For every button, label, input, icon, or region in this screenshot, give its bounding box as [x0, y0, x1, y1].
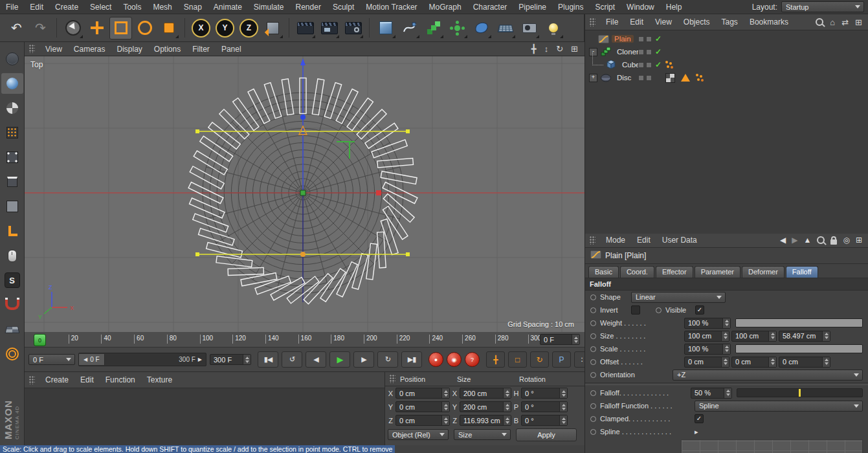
toggle-view-icon[interactable]: ⊞ — [571, 45, 578, 53]
enable-snap-button[interactable] — [1, 294, 23, 315]
panel-grip-icon[interactable] — [29, 376, 35, 384]
offset-x-field[interactable]: 0 cm — [684, 357, 729, 368]
timeline-tick[interactable]: 240 — [429, 335, 443, 344]
position-z-field[interactable]: 0 cm — [395, 415, 450, 426]
stepper-icon[interactable] — [572, 335, 579, 344]
z-axis-lock-button[interactable]: Z — [238, 17, 260, 39]
falloff-section-header[interactable]: Falloff — [585, 278, 868, 291]
stepper-icon[interactable] — [822, 331, 830, 341]
keyframe-dot-icon[interactable] — [590, 429, 596, 435]
apply-button[interactable]: Apply — [516, 428, 577, 441]
falloff-function-dropdown[interactable]: Spline — [695, 401, 863, 412]
phong-tag-icon[interactable] — [681, 74, 690, 82]
last-tool-button[interactable] — [157, 17, 180, 39]
stepper-icon[interactable] — [724, 388, 731, 398]
history-back-icon[interactable]: ◀ — [780, 236, 786, 244]
spline-graph[interactable]: 0.8 — [681, 439, 863, 453]
keyframe-dot-icon[interactable] — [590, 320, 596, 326]
model-mode-button[interactable] — [1, 73, 23, 94]
shape-dropdown[interactable]: Linear — [631, 292, 726, 303]
menu-pipeline[interactable]: Pipeline — [513, 0, 552, 14]
om-menu-tags[interactable]: Tags — [716, 15, 744, 29]
timeline-tick[interactable]: 180 — [331, 335, 344, 344]
timeline-tick[interactable]: 20 — [69, 335, 78, 344]
menu-create[interactable]: Create — [49, 0, 84, 14]
preview-range-slider[interactable]: ◀0 F 300 F▶ — [78, 353, 206, 366]
timeline-tick[interactable]: 280 — [495, 335, 509, 344]
move-tool-button[interactable] — [85, 17, 108, 39]
om-menu-bookmarks[interactable]: Bookmarks — [744, 15, 794, 29]
add-deformer-button[interactable] — [470, 17, 493, 39]
scale-slider[interactable] — [735, 344, 863, 353]
keyframe-dot-icon[interactable] — [590, 372, 596, 378]
mograph-selection-tag-icon[interactable] — [665, 61, 668, 63]
viewport-menu-cameras[interactable]: Cameras — [68, 42, 111, 56]
add-light-button[interactable] — [542, 17, 564, 39]
material-menu-edit[interactable]: Edit — [74, 373, 100, 387]
tab-falloff[interactable]: Falloff — [786, 266, 818, 278]
stepper-icon[interactable] — [822, 357, 830, 367]
object-mode-dropdown[interactable]: Object (Rel) — [388, 429, 449, 440]
layout-dropdown[interactable]: Startup — [781, 1, 864, 12]
loop-button[interactable]: ↻ — [377, 351, 398, 368]
keyframe-dot-icon[interactable] — [656, 307, 662, 313]
menu-help[interactable]: Help — [660, 0, 688, 14]
viewport-menu-display[interactable]: Display — [111, 42, 148, 56]
dolly-view-icon[interactable]: ↕ — [544, 45, 549, 53]
size-z-field[interactable]: 116.993 cm — [460, 415, 511, 426]
stepper-icon[interactable] — [721, 357, 729, 367]
viewport-menu-view[interactable]: View — [39, 42, 68, 56]
object-list[interactable]: Plain ✓ - Cloner ✓ Cube ✓ — [585, 30, 868, 234]
timeline-ruler[interactable]: 0 02040608010012014016018020022024026028… — [25, 332, 584, 348]
keyframe-dot-icon[interactable] — [590, 359, 596, 365]
render-view-button[interactable] — [294, 17, 317, 39]
object-row-plain[interactable]: Plain ✓ — [585, 32, 868, 45]
timeline-tick[interactable]: 220 — [397, 335, 410, 344]
material-menu-function[interactable]: Function — [100, 373, 141, 387]
invert-checkbox[interactable] — [631, 305, 640, 315]
size-z-field[interactable]: 58.497 cm — [779, 331, 830, 342]
stepper-icon[interactable] — [441, 415, 449, 425]
mograph-cloner-button[interactable] — [422, 17, 445, 39]
points-mode-button[interactable] — [1, 147, 23, 168]
timeline-frame-field[interactable]: 0 F — [540, 334, 580, 345]
tab-deformer[interactable]: Deformer — [742, 266, 785, 278]
material-menu-create[interactable]: Create — [39, 373, 74, 387]
previous-frame-button[interactable]: ◀ — [306, 351, 326, 368]
visibility-toggles[interactable] — [638, 62, 652, 68]
timeline-tick[interactable]: 100 — [200, 335, 214, 344]
object-row-cloner[interactable]: - Cloner ✓ — [585, 45, 868, 58]
key-position-toggle[interactable]: ╋ — [486, 351, 505, 368]
keyframe-dot-icon[interactable] — [590, 390, 596, 396]
visibility-toggles[interactable] — [638, 49, 652, 55]
om-menu-objects[interactable]: Objects — [678, 15, 716, 29]
coordinate-system-button[interactable] — [262, 17, 284, 39]
menu-animate[interactable]: Animate — [208, 0, 248, 14]
target-icon[interactable]: ◎ — [843, 236, 849, 244]
render-picture-viewer-button[interactable] — [318, 17, 340, 39]
new-panel-icon[interactable]: ⊞ — [855, 18, 862, 27]
viewport-menu-panel[interactable]: Panel — [216, 42, 247, 56]
stepper-icon[interactable] — [768, 331, 776, 341]
am-menu-user-data[interactable]: User Data — [656, 233, 703, 247]
timeline-tick[interactable]: 80 — [167, 335, 177, 344]
key-scale-toggle[interactable]: □ — [508, 351, 527, 368]
menu-window[interactable]: Window — [621, 0, 660, 14]
record-keyframe-button[interactable]: ● — [428, 352, 443, 367]
key-parameter-toggle[interactable]: P — [552, 351, 571, 368]
add-environment-button[interactable] — [494, 17, 517, 39]
weight-field[interactable]: 100 % — [684, 318, 731, 329]
lock-icon[interactable] — [830, 239, 837, 245]
falloff-field[interactable]: 50 % — [691, 388, 732, 399]
om-menu-file[interactable]: File — [600, 15, 624, 29]
timeline-tick[interactable]: 260 — [462, 335, 476, 344]
home-icon[interactable]: ⌂ — [830, 18, 835, 27]
viewport-canvas[interactable]: ZXY — [25, 56, 584, 332]
offset-y-field[interactable]: 0 cm — [731, 357, 777, 368]
texture-axis-mode-button[interactable] — [1, 122, 23, 143]
timeline-tick[interactable]: 160 — [298, 335, 312, 344]
add-camera-button[interactable] — [518, 17, 540, 39]
stepper-icon[interactable] — [721, 331, 729, 341]
stepper-icon[interactable] — [441, 388, 449, 398]
timeline-current-frame-marker[interactable]: 0 — [34, 334, 46, 346]
